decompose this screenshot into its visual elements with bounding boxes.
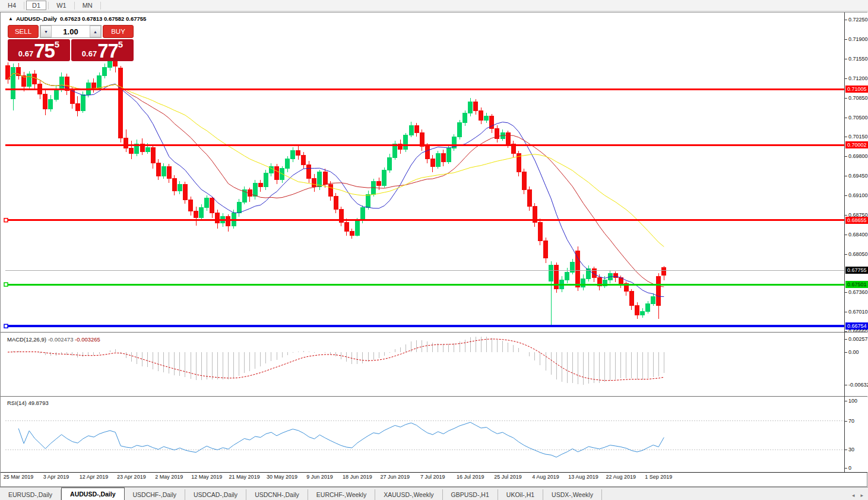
chart-tab-usdx-weekly[interactable]: USDX-,Weekly — [543, 489, 602, 500]
macd-signal-value: -0.003265 — [75, 336, 100, 343]
axis-tick — [845, 98, 847, 99]
ohlc-values: 0.67623 0.67813 0.67582 0.67755 — [60, 15, 146, 22]
price-axis-label: 0.68400 — [848, 232, 868, 238]
price-axis-label: 0.70850 — [848, 95, 868, 102]
date-label: 13 Aug 2019 — [568, 474, 598, 480]
macd-panel[interactable] — [1, 334, 844, 396]
axis-tick — [845, 254, 847, 255]
price-axis-label: 0.70500 — [848, 115, 868, 121]
date-label: 25 Mar 2019 — [4, 474, 34, 480]
timeframe-toolbar: H4D1W1MN — [0, 0, 868, 11]
date-label: 27 Jun 2019 — [381, 474, 410, 480]
volume-input[interactable] — [52, 26, 90, 37]
price-axis-label: 0.68050 — [848, 251, 868, 258]
timeframe-button-d1[interactable]: D1 — [26, 1, 46, 10]
date-label: 3 Apr 2019 — [43, 474, 69, 480]
axis-tick — [845, 401, 847, 401]
date-label: 21 May 2019 — [229, 474, 260, 480]
date-label: 12 Apr 2019 — [80, 474, 109, 480]
rsi-axis-label: 100 — [848, 398, 868, 404]
price-axis-label: 0.69100 — [848, 192, 868, 199]
price-axis-label: 0.71200 — [848, 75, 868, 82]
price-tag-0.67755: 0.67755 — [845, 267, 868, 274]
timeframe-button-mn[interactable]: MN — [77, 1, 99, 10]
toolbar-separator — [100, 2, 101, 10]
date-label: 22 Aug 2019 — [606, 474, 636, 480]
volume-increase-button[interactable]: ▲ — [90, 26, 101, 37]
axis-tick — [845, 118, 847, 118]
macd-scale[interactable]: 0.0025740.00-0.006326 — [845, 334, 868, 396]
axis-tick — [845, 176, 847, 176]
buy-price-pip: 5 — [118, 40, 123, 49]
macd-axis-label: -0.006326 — [848, 382, 868, 388]
chart-tab-ukoil-h1[interactable]: UKOil-,H1 — [498, 489, 543, 500]
date-label: 2 May 2019 — [155, 474, 183, 480]
rsi-scale[interactable]: 10070300 — [845, 398, 868, 472]
price-axis-label: 0.72250 — [848, 17, 868, 23]
tab-scroll-left-icon[interactable]: ◂ — [852, 492, 855, 498]
price-axis-label: 0.71550 — [848, 56, 868, 62]
axis-tick — [845, 156, 847, 157]
axis-tick — [845, 450, 847, 450]
price-axis-label: 0.69800 — [848, 153, 868, 160]
timeframe-button-h4[interactable]: H4 — [2, 1, 22, 10]
price-tag-0.70002: 0.70002 — [845, 141, 868, 148]
buy-button[interactable]: BUY — [103, 25, 134, 38]
buy-price-display[interactable]: 0.67775 — [71, 39, 134, 61]
axis-tick — [845, 312, 847, 312]
axis-tick — [845, 215, 847, 216]
rsi-axis-label: 30 — [848, 447, 868, 453]
rsi-panel[interactable] — [1, 398, 844, 472]
toolbar-separator — [48, 2, 49, 10]
time-axis-border — [1, 472, 867, 473]
chart-tab-xauusd-weekly[interactable]: XAUUSD-,Weekly — [375, 489, 442, 500]
axis-tick — [845, 137, 847, 137]
axis-tick — [845, 195, 847, 196]
rsi-axis-label: 0 — [848, 465, 868, 471]
rsi-label: RSI(14) 49.8793 — [7, 400, 49, 406]
axis-tick — [845, 421, 847, 422]
axis-tick — [845, 39, 847, 40]
one-click-trading-widget: SELL ▼ ▲ BUY 0.67755 0.67775 — [8, 25, 134, 61]
price-axis-label: 0.67360 — [848, 289, 868, 296]
sell-price-big: 75 — [34, 42, 55, 60]
chart-tab-eurusd-daily[interactable]: EURUSD-,Daily — [0, 489, 61, 500]
date-label: 18 Jun 2019 — [343, 474, 372, 480]
date-label: 25 Jul 2019 — [494, 474, 522, 480]
sell-price-display[interactable]: 0.67755 — [8, 39, 70, 61]
date-label: 7 Jul 2019 — [420, 474, 445, 480]
axis-tick — [845, 20, 847, 20]
chart-tab-audusd-daily[interactable]: AUDUSD-,Daily — [61, 488, 124, 500]
sell-button[interactable]: SELL — [8, 25, 39, 38]
metatrader-window: H4D1W1MN ▲ AUDUSD-,Daily 0.67623 0.67813… — [0, 0, 868, 500]
price-scale[interactable]: 0.722500.719000.715500.712000.708500.705… — [845, 12, 868, 333]
chart-tab-eurchf-weekly[interactable]: EURCHF-,Weekly — [308, 489, 375, 500]
up-triangle-icon: ▲ — [8, 17, 13, 21]
time-scale[interactable]: 25 Mar 20193 Apr 201912 Apr 201923 Apr 2… — [1, 474, 844, 483]
sell-price-prefix: 0.67 — [18, 48, 33, 60]
rsi-axis-label: 70 — [848, 418, 868, 425]
tab-scroll-right-icon[interactable]: ▸ — [860, 492, 863, 498]
chart-tab-gbpusd-h1[interactable]: GBPUSD-,H1 — [443, 489, 498, 500]
buy-price-big: 77 — [97, 42, 118, 60]
chart-tab-usdcnh-daily[interactable]: USDCNH-,Daily — [246, 489, 308, 500]
macd-axis-label: 0.00 — [848, 349, 868, 356]
macd-axis-label: 0.002574 — [848, 336, 868, 343]
price-axis-label: 0.67010 — [848, 309, 868, 315]
volume-spinner: ▼ ▲ — [40, 25, 102, 38]
volume-decrease-button[interactable]: ▼ — [40, 26, 52, 37]
timeframe-button-w1[interactable]: W1 — [50, 1, 72, 10]
toolbar-separator — [24, 2, 24, 10]
macd-label: MACD(12,26,9) -0.002473 -0.003265 — [7, 336, 100, 343]
date-label: 16 Jul 2019 — [457, 474, 484, 480]
chart-tab-usdchf-daily[interactable]: USDCHF-,Daily — [125, 489, 186, 500]
price-axis-label: 0.70150 — [848, 134, 868, 140]
symbol-label: AUDUSD-,Daily — [16, 15, 57, 22]
axis-border — [844, 12, 845, 472]
date-label: 1 Sep 2019 — [645, 474, 672, 480]
date-label: 30 May 2019 — [267, 474, 297, 480]
price-axis-label: 0.71900 — [848, 36, 868, 43]
axis-tick — [845, 235, 847, 235]
chart-tab-usdcad-daily[interactable]: USDCAD-,Daily — [185, 489, 246, 500]
chart-tab-bar: EURUSD-,DailyAUDUSD-,DailyUSDCHF-,DailyU… — [0, 487, 868, 500]
